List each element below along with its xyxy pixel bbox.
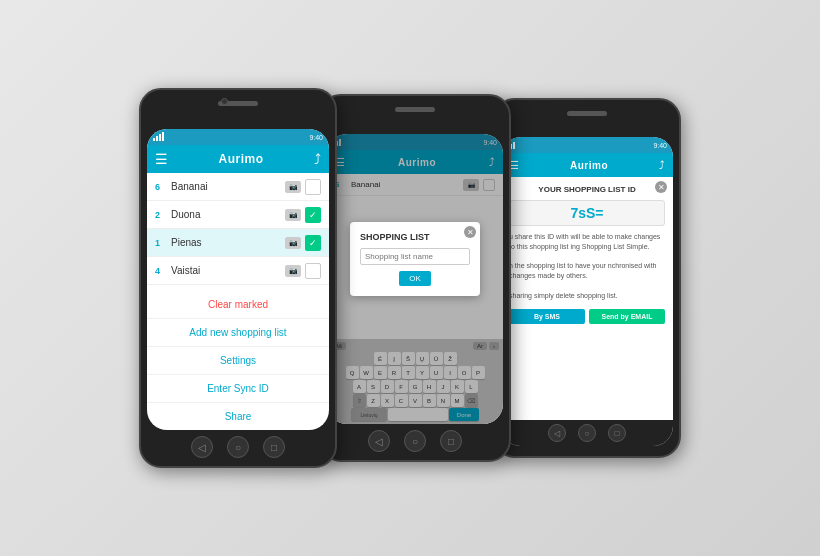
status-time-1: 9:40 bbox=[309, 134, 323, 141]
menu-share[interactable]: Share bbox=[147, 403, 329, 430]
check-box[interactable]: ✓ bbox=[305, 179, 321, 195]
phone-2: 9:40 ☰ Aurimo ⤴ 6 Bananai 📷 bbox=[319, 94, 511, 462]
menu-add-shopping[interactable]: Add new shopping list bbox=[147, 319, 329, 347]
home-button-3[interactable]: ○ bbox=[578, 424, 596, 442]
home-button-2[interactable]: ○ bbox=[404, 430, 426, 452]
phone-screen-1: 9:40 ☰ Aurimo ⤴ 6 Bananai 📷 ✓ bbox=[147, 129, 329, 430]
signal-icon-1 bbox=[153, 133, 164, 141]
shopping-list-dialog: ✕ SHOPPING LIST OK bbox=[350, 222, 480, 296]
menu-settings[interactable]: Settings bbox=[147, 347, 329, 375]
dialog-close-2[interactable]: ✕ bbox=[464, 226, 476, 238]
list-item[interactable]: 2 Duona 📷 ✓ bbox=[147, 201, 329, 229]
list-area-1: 6 Bananai 📷 ✓ 2 Duona 📷 ✓ 1 Pienas bbox=[147, 173, 329, 285]
back-button-2[interactable]: ◁ bbox=[368, 430, 390, 452]
back-button-1[interactable]: ◁ bbox=[191, 436, 213, 458]
sms-button[interactable]: By SMS bbox=[509, 309, 585, 324]
toolbar-title-1: Aurimo bbox=[219, 152, 264, 166]
home-button-1[interactable]: ○ bbox=[227, 436, 249, 458]
menu-area-1: Clear marked Add new shopping list Setti… bbox=[147, 285, 329, 430]
status-time-3: 9:40 bbox=[653, 142, 667, 149]
list-item[interactable]: 6 Bananai 📷 ✓ bbox=[147, 173, 329, 201]
email-button[interactable]: Send by EMAIL bbox=[589, 309, 665, 324]
dialog-close-3[interactable]: ✕ bbox=[655, 181, 667, 193]
phone-bottom-2: ◁ ○ □ bbox=[368, 424, 462, 460]
phone-1: 9:40 ☰ Aurimo ⤴ 6 Bananai 📷 ✓ bbox=[139, 88, 337, 468]
dialog-ok-button[interactable]: OK bbox=[399, 271, 431, 286]
toolbar-title-3: Aurimo bbox=[570, 160, 608, 171]
sync-description: u share this ID with will be able to mak… bbox=[509, 232, 665, 301]
list-item-highlighted[interactable]: 1 Pienas 📷 ✓ bbox=[147, 229, 329, 257]
share-icon-1[interactable]: ⤴ bbox=[314, 151, 321, 167]
phone-screen-2: 9:40 ☰ Aurimo ⤴ 6 Bananai 📷 bbox=[327, 134, 503, 424]
camera-icon[interactable]: 📷 bbox=[285, 237, 301, 249]
toolbar-3: ☰ Aurimo ⤴ bbox=[501, 153, 673, 177]
camera-icon[interactable]: 📷 bbox=[285, 209, 301, 221]
back-button-3[interactable]: ◁ bbox=[548, 424, 566, 442]
phone-speaker-2 bbox=[395, 107, 435, 112]
phone-screen-3: 9:40 ☰ Aurimo ⤴ ✕ YOUR SHOPPING LIST ID … bbox=[501, 137, 673, 446]
check-box[interactable]: ✓ bbox=[305, 235, 321, 251]
menu-enter-sync[interactable]: Enter Sync ID bbox=[147, 375, 329, 403]
sync-buttons: By SMS Send by EMAIL bbox=[509, 309, 665, 324]
menu-icon-1[interactable]: ☰ bbox=[155, 151, 168, 167]
phone-bottom-1: ◁ ○ □ bbox=[191, 430, 285, 466]
toolbar-1: ☰ Aurimo ⤴ bbox=[147, 145, 329, 173]
dialog-overlay-2: ✕ SHOPPING LIST OK bbox=[327, 134, 503, 424]
camera-icon[interactable]: 📷 bbox=[285, 265, 301, 277]
status-bar-1: 9:40 bbox=[147, 129, 329, 145]
list-item[interactable]: 4 Vaistai 📷 bbox=[147, 257, 329, 285]
phone-speaker-3 bbox=[567, 111, 607, 116]
camera-icon[interactable]: 📷 bbox=[285, 181, 301, 193]
menu-clear-marked[interactable]: Clear marked bbox=[147, 291, 329, 319]
sync-id-box: 7sS= bbox=[509, 200, 665, 226]
shopping-list-input[interactable] bbox=[360, 248, 470, 265]
status-bar-3: 9:40 bbox=[501, 137, 673, 153]
check-box[interactable] bbox=[305, 263, 321, 279]
phone-camera-1 bbox=[221, 98, 228, 105]
sync-id-screen: ✕ YOUR SHOPPING LIST ID 7sS= u share thi… bbox=[501, 177, 673, 332]
share-icon-3[interactable]: ⤴ bbox=[659, 159, 665, 171]
scene: 9:40 ☰ Aurimo ⤴ 6 Bananai 📷 ✓ bbox=[0, 0, 820, 556]
sync-id-value: 7sS= bbox=[514, 205, 660, 221]
recents-button-2[interactable]: □ bbox=[440, 430, 462, 452]
phone-3: 9:40 ☰ Aurimo ⤴ ✕ YOUR SHOPPING LIST ID … bbox=[493, 98, 681, 458]
dialog-title-2: SHOPPING LIST bbox=[360, 232, 470, 242]
sync-title: YOUR SHOPPING LIST ID bbox=[509, 185, 665, 194]
nav-bar-3: ◁ ○ □ bbox=[501, 420, 673, 446]
recents-button-3[interactable]: □ bbox=[608, 424, 626, 442]
check-box[interactable]: ✓ bbox=[305, 207, 321, 223]
recents-button-1[interactable]: □ bbox=[263, 436, 285, 458]
